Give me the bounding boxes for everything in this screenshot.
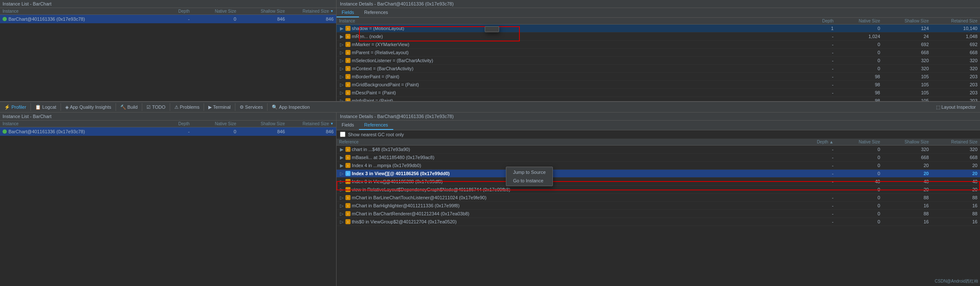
ref-row[interactable]: ▷ i Index 0 in View[]@401186288 (0x17e99… (337, 178, 980, 186)
expand-icon[interactable]: ▷ (339, 82, 344, 87)
table-row[interactable]: BarChart@401161336 (0x17e93c78) - 0 846 … (0, 127, 336, 136)
retained-val: 320 (931, 57, 980, 64)
toolbar-logcat[interactable]: 📋 Logcat (33, 104, 59, 111)
depth-cell: - (158, 16, 192, 22)
bottom-instance-list-body[interactable]: BarChart@401161336 (0x17e93c78) - 0 846 … (0, 127, 336, 286)
toolbar-layout-inspector[interactable]: ⬚ Layout Inspector (933, 104, 978, 111)
detail-row[interactable]: ▷ i mSelectionListener = (BarChartActivi… (337, 57, 980, 65)
ref-row[interactable]: ▷ i this$0 in ViewGroup$2@401212704 (0x1… (337, 218, 980, 226)
ref-row[interactable]: ▷ i mChart in BarChartRenderer@401212344… (337, 210, 980, 218)
checkbox-row[interactable]: Show nearest GC root only (337, 130, 980, 139)
col-field-header: Instance (337, 18, 802, 24)
expand-icon[interactable]: ▷ (339, 50, 344, 55)
retained-val: 668 (931, 154, 980, 161)
shallow-val: 105 (883, 81, 931, 88)
top-context-menu[interactable] (485, 26, 499, 32)
native-val: 0 (836, 146, 883, 153)
expand-icon[interactable]: ▶ (339, 147, 344, 152)
gc-root-checkbox[interactable] (340, 132, 345, 137)
ref-row[interactable]: ▷ i mChart in BarLineChartTouchListener@… (337, 194, 980, 202)
tab-fields[interactable]: Fields (337, 8, 359, 17)
top-instance-details-panel: Instance Details - BarChart@401161336 (0… (337, 0, 980, 101)
detail-row[interactable]: ▷ i mMarker = (XYMarkerView) - 0 692 692 (337, 41, 980, 49)
detail-row[interactable]: ▷ i mParent = (RelativeLayout) - 0 668 6… (337, 49, 980, 57)
detail-row[interactable]: ▷ i mBorderPaint = (Paint) - 98 105 203 (337, 73, 980, 81)
expand-icon[interactable]: ▷ (339, 42, 344, 47)
ref-row[interactable]: ▶ i chart in ...$48 (0x17e93a90) - 0 320… (337, 146, 980, 154)
ref-cell: ▷ i mChart in BarHighlighter@4011211336 … (337, 203, 802, 209)
expand-icon[interactable]: ▶ (339, 163, 344, 168)
top-instance-list-header: Instance List - BarChart (0, 0, 336, 8)
tab-references-bottom[interactable]: References (359, 121, 393, 130)
detail-row[interactable]: ▶ i mRen... (node) - 1,024 24 1,048 (337, 33, 980, 41)
toolbar-services[interactable]: ⚙ Services (237, 104, 265, 111)
detail-row[interactable]: ▶ i shadow = (MotionLayout) 1 0 124 10,1… (337, 25, 980, 33)
expand-icon[interactable]: ▷ (339, 66, 344, 71)
field-label: mRen... (node) (352, 34, 383, 39)
expand-icon[interactable]: ▷ (339, 219, 344, 224)
expand-icon[interactable]: ▷ (339, 58, 344, 63)
expand-icon[interactable]: ▷ (339, 74, 344, 79)
expand-icon[interactable]: ▷ (339, 211, 344, 216)
context-menu-item-go-to-instance[interactable]: Go to Instance (506, 176, 552, 185)
expand-icon[interactable]: ▷ (339, 195, 344, 200)
expand-icon[interactable]: ▶ (339, 26, 344, 31)
depth-val: - (802, 65, 836, 72)
context-menu-item-go-to-instance[interactable] (485, 28, 499, 31)
ref-cell: ▷ i view in RelativeLayout$DependencyGra… (337, 187, 802, 192)
retained-val: 88 (931, 210, 980, 217)
expand-icon[interactable]: ▶ (339, 155, 344, 160)
detail-row[interactable]: ▷ i mInfoPaint = (Paint) - 98 105 203 (337, 97, 980, 101)
top-instance-list-body[interactable]: BarChart@401161336 (0x17e93c78) - 0 846 … (0, 15, 336, 101)
ref-cell: ▷ i Index 3 in View[][@ 401186256 (0x17e… (337, 170, 802, 176)
toolbar-quality[interactable]: ◈ App Quality Insights (63, 104, 114, 111)
ref-label: chart in ...$48 (0x17e93a90) (352, 147, 410, 152)
expand-icon[interactable]: ▷ (339, 203, 344, 208)
bottom-instance-details-panel: Instance Details - BarChart@401161336 (0… (337, 113, 980, 286)
field-type-icon: i (345, 203, 351, 208)
toolbar-todo[interactable]: ☑ TODO (144, 104, 168, 111)
toolbar-problems[interactable]: ⚠ Problems (172, 104, 202, 111)
field-cell: ▷ i mGridBackgroundPaint = (Paint) (337, 82, 802, 88)
col-reference-header: Reference (337, 139, 802, 145)
shallow-val: 105 (883, 73, 931, 80)
expand-icon[interactable]: ▷ (339, 187, 344, 192)
expand-icon[interactable]: ▷ (339, 90, 344, 95)
col-shallow-header: Shallow Size (883, 139, 931, 145)
toolbar-profiler[interactable]: ⚡ Profiler (2, 104, 29, 111)
expand-icon[interactable]: ▶ (339, 34, 344, 39)
bottom-details-body[interactable]: ▶ i chart in ...$48 (0x17e93a90) - 0 320… (337, 146, 980, 286)
depth-val: - (802, 41, 836, 48)
tab-fields-bottom[interactable]: Fields (337, 121, 359, 130)
top-details-body[interactable]: ▶ i shadow = (MotionLayout) 1 0 124 10,1… (337, 25, 980, 101)
top-instance-list-title: Instance List - BarChart (3, 1, 52, 6)
toolbar-appinspect[interactable]: 🔍 App Inspection (269, 104, 312, 111)
ref-row[interactable]: ▶ i mBaseli... at 3401185480 (0x17e99ac8… (337, 154, 980, 162)
layout-inspector-icon: ⬚ (936, 104, 940, 110)
detail-row[interactable]: ▷ i mDescPaint = (Paint) - 98 105 203 (337, 89, 980, 97)
ref-row[interactable]: ▶ i Index 4 in ...mpmja (0x17e99db0) - 0… (337, 162, 980, 170)
bottom-table-header: Instance Depth Native Size Shallow Size … (0, 121, 336, 127)
tab-references[interactable]: References (359, 8, 393, 17)
native-cell: 0 (192, 16, 239, 22)
native-val: 0 (836, 57, 883, 64)
detail-row[interactable]: ▷ i mContext = (BarChartActivity) - 0 32… (337, 65, 980, 73)
ref-row[interactable]: ▷ i mChart in BarHighlighter@4011211336 … (337, 202, 980, 210)
shallow-val: 24 (883, 33, 931, 40)
expand-icon[interactable]: ▷ (339, 171, 344, 176)
toolbar-build[interactable]: 🔨 Build (118, 104, 140, 111)
ref-label: mBaseli... at 3401185480 (0x17e99ac8) (352, 155, 434, 160)
table-row[interactable]: BarChart@401161336 (0x17e93c78) - 0 846 … (0, 15, 336, 23)
expand-icon[interactable]: ▷ (339, 179, 344, 184)
shallow-val: 88 (883, 210, 931, 217)
ref-row[interactable]: ▷ i view in RelativeLayout$DependencyGra… (337, 186, 980, 194)
depth-cell: - (158, 128, 192, 135)
field-cell: ▷ i mInfoPaint = (Paint) (337, 98, 802, 101)
expand-icon[interactable]: ▷ (339, 98, 344, 101)
toolbar-terminal[interactable]: ▶ Terminal (206, 104, 233, 111)
context-menu-item-jump-to-source[interactable]: Jump to Source (506, 168, 552, 176)
ref-row-highlighted[interactable]: ▷ i Index 3 in View[][@ 401186256 (0x17e… (337, 170, 980, 178)
detail-row[interactable]: ▷ i mGridBackgroundPaint = (Paint) - 98 … (337, 81, 980, 89)
bottom-context-menu[interactable]: Jump to Source Go to Instance (506, 167, 553, 186)
field-type-icon: i (345, 195, 351, 200)
